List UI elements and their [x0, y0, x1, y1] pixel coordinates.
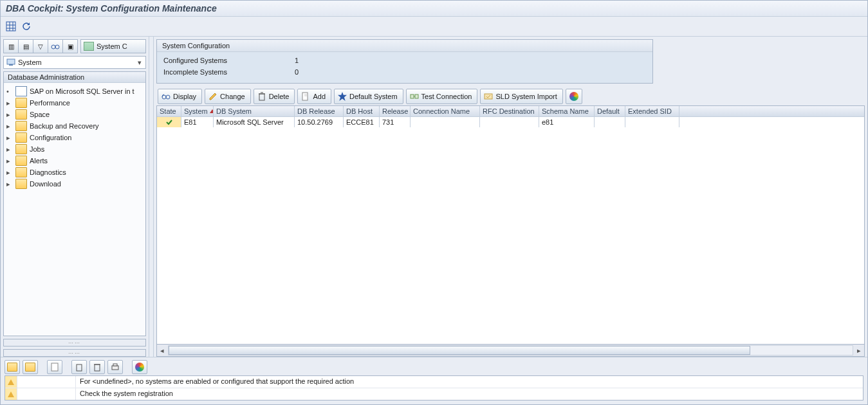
msg-open-folder-icon[interactable]: [5, 360, 20, 374]
tree-label: Space: [30, 109, 50, 120]
test-connection-button[interactable]: Test Connection: [406, 89, 478, 104]
tree-label: Download: [30, 178, 61, 190]
sidebar-tb-glasses-icon[interactable]: [48, 39, 63, 53]
tree-item-download[interactable]: ▸ Download: [6, 178, 143, 190]
svg-rect-30: [113, 364, 117, 366]
configured-systems-value: 1: [273, 55, 299, 66]
grid-mode-icon[interactable]: [5, 20, 17, 33]
tree-item-sap-system[interactable]: • SAP on Microsoft SQL Server in t: [6, 86, 143, 97]
tree-item-backup[interactable]: ▸ Backup and Recovery: [6, 120, 143, 132]
folder-icon: [15, 144, 27, 154]
scroll-right-icon[interactable]: ▸: [854, 346, 864, 355]
folder-icon: [7, 363, 17, 372]
cell-state: [157, 117, 181, 127]
test-connection-label: Test Connection: [421, 93, 472, 100]
display-button[interactable]: Display: [158, 89, 202, 104]
system-select-dropdown[interactable]: System ▾: [3, 56, 146, 69]
nav-tree: • SAP on Microsoft SQL Server in t ▸ Per…: [4, 83, 145, 336]
delete-label: Delete: [269, 93, 290, 100]
incomplete-systems-value: 0: [273, 66, 299, 78]
msg-delete-icon[interactable]: [89, 360, 105, 374]
message-row[interactable]: For <undefined>, no systems are enabled …: [5, 376, 863, 388]
page-title: DBA Cockpit: System Configuration Mainte…: [1, 1, 867, 17]
th-schema[interactable]: Schema Name: [539, 106, 595, 116]
expand-icon: ▸: [6, 155, 13, 166]
th-release[interactable]: Release: [380, 106, 411, 116]
color-wheel-icon: [135, 363, 144, 372]
folder-icon: [15, 98, 27, 108]
grid-h-scrollbar[interactable]: ◂ ▸: [156, 345, 865, 357]
expand-icon: ▸: [6, 143, 13, 155]
svg-marker-13: [210, 93, 216, 100]
refresh-icon[interactable]: [20, 20, 33, 33]
th-dbsystem[interactable]: DB System: [214, 106, 295, 116]
sidebar-resize-handle-1[interactable]: ⋯⋯: [3, 339, 146, 346]
add-button[interactable]: Add: [297, 89, 331, 104]
th-rfc[interactable]: RFC Destination: [480, 106, 539, 116]
scroll-track[interactable]: [168, 345, 853, 356]
tree-item-config[interactable]: ▸ Configuration: [6, 132, 143, 143]
scroll-left-icon[interactable]: ◂: [157, 346, 167, 355]
tree-label: Configuration: [30, 132, 71, 143]
sidebar-tb-col1-icon[interactable]: ▥: [3, 39, 19, 53]
tree-item-performance[interactable]: ▸ Performance: [6, 97, 143, 109]
tree-item-alerts[interactable]: ▸ Alerts: [6, 155, 143, 166]
vertical-splitter[interactable]: [149, 37, 154, 357]
sidebar-tb-filter-icon[interactable]: ▽: [33, 39, 48, 53]
content-area: ▥ ▤ ▽ ▣ System C System ▾ Database Admin…: [1, 37, 867, 357]
system-icon: [6, 58, 15, 67]
message-row[interactable]: Check the system registration: [5, 388, 863, 400]
svg-point-6: [51, 45, 55, 49]
cell-default: [595, 117, 625, 127]
main-area: System Configuration Configured Systems …: [154, 37, 867, 357]
th-dbrelease[interactable]: DB Release: [295, 106, 344, 116]
table-row[interactable]: E81 Microsoft SQL Server 10.50.2769 ECCE…: [157, 117, 864, 127]
sidebar-system-config-label: System C: [97, 42, 127, 50]
svg-rect-17: [302, 93, 308, 100]
svg-point-11: [162, 95, 166, 99]
sld-import-button[interactable]: SLD System Import: [480, 89, 562, 104]
th-extended[interactable]: Extended SID: [625, 106, 679, 116]
scroll-thumb[interactable]: [169, 346, 750, 355]
star-icon: [338, 92, 347, 101]
svg-marker-20: [338, 92, 347, 101]
th-connection[interactable]: Connection Name: [411, 106, 480, 116]
msg-print-icon[interactable]: [107, 360, 123, 374]
th-default[interactable]: Default: [595, 106, 625, 116]
systems-grid: Display Change Delete Add: [156, 87, 865, 357]
change-button[interactable]: Change: [205, 89, 251, 104]
msg-export-icon[interactable]: [71, 360, 87, 374]
msg-color-legend-icon[interactable]: [132, 360, 147, 374]
check-icon: [165, 118, 173, 126]
th-system[interactable]: System: [181, 106, 214, 116]
cell-dbrelease: 10.50.2769: [295, 117, 344, 127]
color-legend-button[interactable]: [566, 89, 582, 104]
svg-rect-10: [9, 64, 13, 66]
delete-button[interactable]: Delete: [254, 89, 295, 104]
sidebar-tb-next-icon[interactable]: ▣: [63, 39, 78, 53]
table-header: State System DB System DB Release DB Hos…: [157, 106, 864, 117]
msg-new-folder-icon[interactable]: [23, 360, 38, 374]
svg-rect-21: [411, 94, 414, 98]
tree-item-jobs[interactable]: ▸ Jobs: [6, 143, 143, 155]
tree-label: Alerts: [30, 155, 48, 166]
tree-label: Jobs: [30, 143, 44, 155]
th-state[interactable]: State: [157, 106, 181, 116]
tree-item-diagnostics[interactable]: ▸ Diagnostics: [6, 166, 143, 178]
th-dbhost[interactable]: DB Host: [344, 106, 380, 116]
cell-rfc: [480, 117, 539, 127]
sidebar-system-config-button[interactable]: System C: [80, 39, 146, 53]
folder-icon: [15, 167, 27, 177]
default-system-button[interactable]: Default System: [334, 89, 403, 104]
expand-icon: ▸: [6, 97, 13, 109]
msg-doc-icon[interactable]: [47, 360, 62, 374]
sidebar-resize-handle-2[interactable]: ⋯⋯: [3, 349, 146, 357]
svg-rect-24: [485, 94, 492, 99]
tree-item-space[interactable]: ▸ Space: [6, 109, 143, 120]
dropdown-icon: ▾: [135, 59, 144, 67]
message-empty-col: [17, 376, 76, 388]
warning-icon: [5, 388, 17, 400]
tree-label: Performance: [30, 97, 70, 109]
sidebar-tb-col2-icon[interactable]: ▤: [19, 39, 33, 53]
glasses-icon: [162, 92, 171, 101]
